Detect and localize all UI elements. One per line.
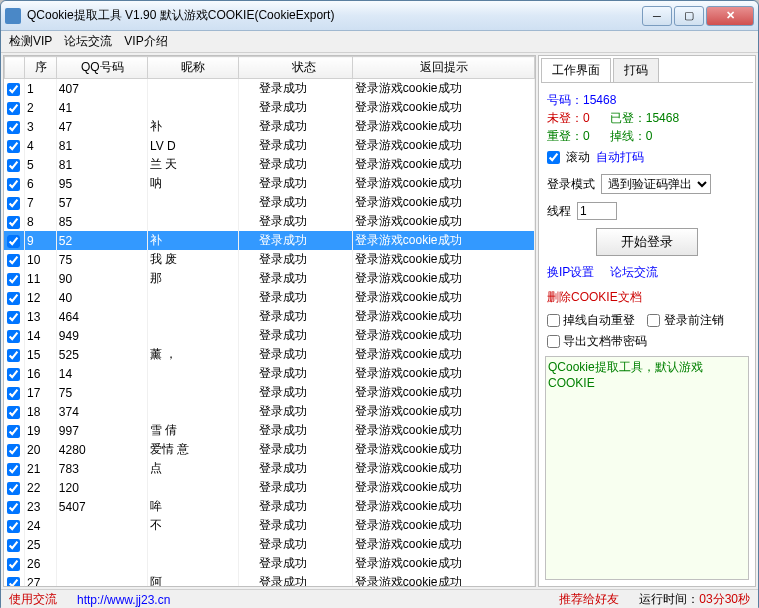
- row-checkbox[interactable]: [7, 368, 20, 381]
- row-checkbox[interactable]: [7, 197, 20, 210]
- table-row[interactable]: 241登录成功登录游戏cookie成功: [4, 98, 535, 117]
- table-row[interactable]: 757登录成功登录游戏cookie成功: [4, 193, 535, 212]
- auto-dama-link[interactable]: 自动打码: [596, 149, 644, 166]
- row-checkbox[interactable]: [7, 311, 20, 324]
- sb-url[interactable]: http://www.jj23.cn: [77, 593, 170, 607]
- scroll-checkbox[interactable]: [547, 151, 560, 164]
- table-row[interactable]: 1407登录成功登录游戏cookie成功: [4, 79, 535, 98]
- row-checkbox[interactable]: [7, 178, 20, 191]
- export-pwd-checkbox[interactable]: [547, 335, 560, 348]
- row-checkbox[interactable]: [7, 387, 20, 400]
- app-window: QCookie提取工具 V1.90 默认游戏COOKIE(CookieExpor…: [0, 0, 759, 608]
- row-checkbox[interactable]: [7, 235, 20, 248]
- cell-nick: [147, 307, 238, 326]
- col-seq[interactable]: 序: [25, 57, 57, 79]
- row-checkbox[interactable]: [7, 539, 20, 552]
- table-row[interactable]: 347补登录成功登录游戏cookie成功: [4, 117, 535, 136]
- col-check[interactable]: [5, 57, 25, 79]
- maximize-button[interactable]: ▢: [674, 6, 704, 26]
- col-qq[interactable]: QQ号码: [57, 57, 148, 79]
- row-checkbox[interactable]: [7, 444, 20, 457]
- row-checkbox[interactable]: [7, 102, 20, 115]
- table-row[interactable]: 1190那登录成功登录游戏cookie成功: [4, 269, 535, 288]
- cell-nick: 补: [147, 231, 238, 250]
- table-row[interactable]: 26登录成功登录游戏cookie成功: [4, 554, 535, 573]
- delete-cookie-link[interactable]: 删除COOKIE文档: [547, 290, 642, 304]
- threads-label: 线程: [547, 203, 571, 220]
- cell-nick: [147, 79, 238, 98]
- row-checkbox[interactable]: [7, 330, 20, 343]
- menu-detect-vip[interactable]: 检测VIP: [9, 33, 52, 50]
- cell-status: 登录成功: [238, 288, 352, 307]
- row-checkbox[interactable]: [7, 501, 20, 514]
- row-checkbox[interactable]: [7, 425, 20, 438]
- row-checkbox[interactable]: [7, 216, 20, 229]
- row-checkbox[interactable]: [7, 273, 20, 286]
- row-checkbox[interactable]: [7, 577, 20, 587]
- row-checkbox[interactable]: [7, 520, 20, 533]
- table-row[interactable]: 481LV D登录成功登录游戏cookie成功: [4, 136, 535, 155]
- cell-return: 登录游戏cookie成功: [352, 516, 534, 535]
- table-row[interactable]: 581兰 天登录成功登录游戏cookie成功: [4, 155, 535, 174]
- table-row[interactable]: 1075我 废登录成功登录游戏cookie成功: [4, 250, 535, 269]
- row-checkbox[interactable]: [7, 482, 20, 495]
- cell-return: 登录游戏cookie成功: [352, 440, 534, 459]
- row-checkbox[interactable]: [7, 558, 20, 571]
- account-table[interactable]: 序 QQ号码 昵称 状态 返回提示 1407登录成功登录游戏cookie成功24…: [4, 56, 535, 587]
- table-row[interactable]: 1775登录成功登录游戏cookie成功: [4, 383, 535, 402]
- col-status[interactable]: 状态: [239, 57, 353, 79]
- cell-status: 登录成功: [238, 497, 352, 516]
- tab-work[interactable]: 工作界面: [541, 58, 611, 82]
- tab-dama[interactable]: 打码: [613, 58, 659, 82]
- start-login-button[interactable]: 开始登录: [596, 228, 698, 256]
- forum-link[interactable]: 论坛交流: [610, 265, 658, 279]
- table-row[interactable]: 14949登录成功登录游戏cookie成功: [4, 326, 535, 345]
- table-row[interactable]: 25登录成功登录游戏cookie成功: [4, 535, 535, 554]
- cell-qq: 4280: [56, 440, 147, 459]
- row-checkbox[interactable]: [7, 463, 20, 476]
- row-checkbox[interactable]: [7, 121, 20, 134]
- table-row[interactable]: 204280爱情 意登录成功登录游戏cookie成功: [4, 440, 535, 459]
- row-checkbox[interactable]: [7, 83, 20, 96]
- auto-relogin-checkbox[interactable]: [547, 314, 560, 327]
- table-row[interactable]: 15525薰 ，登录成功登录游戏cookie成功: [4, 345, 535, 364]
- table-row[interactable]: 22120登录成功登录游戏cookie成功: [4, 478, 535, 497]
- table-row[interactable]: 235407哞登录成功登录游戏cookie成功: [4, 497, 535, 516]
- table-row[interactable]: 27阿登录成功登录游戏cookie成功: [4, 573, 535, 587]
- table-row[interactable]: 952补登录成功登录游戏cookie成功: [4, 231, 535, 250]
- titlebar[interactable]: QCookie提取工具 V1.90 默认游戏COOKIE(CookieExpor…: [1, 1, 758, 31]
- row-checkbox[interactable]: [7, 406, 20, 419]
- table-row[interactable]: 1614登录成功登录游戏cookie成功: [4, 364, 535, 383]
- menu-forum[interactable]: 论坛交流: [64, 33, 112, 50]
- sb-recommend[interactable]: 推荐给好友: [559, 591, 619, 608]
- table-row[interactable]: 18374登录成功登录游戏cookie成功: [4, 402, 535, 421]
- table-row[interactable]: 1240登录成功登录游戏cookie成功: [4, 288, 535, 307]
- row-checkbox[interactable]: [7, 292, 20, 305]
- table-row[interactable]: 695呐登录成功登录游戏cookie成功: [4, 174, 535, 193]
- export-pwd-label: 导出文档带密码: [563, 334, 647, 348]
- threads-input[interactable]: [577, 202, 617, 220]
- col-nick[interactable]: 昵称: [148, 57, 239, 79]
- minimize-button[interactable]: ─: [642, 6, 672, 26]
- table-row[interactable]: 24不登录成功登录游戏cookie成功: [4, 516, 535, 535]
- table-row[interactable]: 21783点登录成功登录游戏cookie成功: [4, 459, 535, 478]
- logout-first-checkbox[interactable]: [647, 314, 660, 327]
- close-button[interactable]: ✕: [706, 6, 754, 26]
- cell-qq: 75: [56, 383, 147, 402]
- cell-qq: 997: [56, 421, 147, 440]
- row-checkbox[interactable]: [7, 349, 20, 362]
- change-ip-link[interactable]: 换IP设置: [547, 265, 594, 279]
- row-checkbox[interactable]: [7, 140, 20, 153]
- cell-nick: [147, 193, 238, 212]
- cell-seq: 8: [24, 212, 56, 231]
- log-box: QCookie提取工具，默认游戏COOKIE: [545, 356, 749, 580]
- runtime-label: 运行时间：: [639, 592, 699, 606]
- col-return[interactable]: 返回提示: [353, 57, 535, 79]
- table-row[interactable]: 885登录成功登录游戏cookie成功: [4, 212, 535, 231]
- row-checkbox[interactable]: [7, 254, 20, 267]
- login-mode-select[interactable]: 遇到验证码弹出: [601, 174, 711, 194]
- row-checkbox[interactable]: [7, 159, 20, 172]
- table-row[interactable]: 19997雪 倩登录成功登录游戏cookie成功: [4, 421, 535, 440]
- table-row[interactable]: 13464登录成功登录游戏cookie成功: [4, 307, 535, 326]
- menu-vip-intro[interactable]: VIP介绍: [124, 33, 167, 50]
